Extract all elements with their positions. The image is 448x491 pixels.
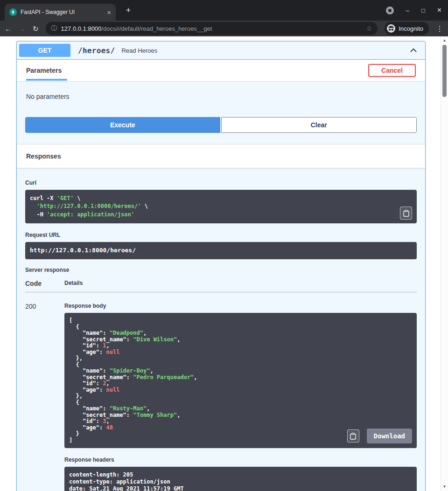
update-icon[interactable] xyxy=(386,7,394,14)
no-parameters-text: No parameters xyxy=(17,82,425,117)
response-body-block: [ { "name": "Deadpond", "secret_name": "… xyxy=(64,313,417,448)
site-info-icon[interactable]: ⓘ xyxy=(51,24,57,33)
execute-button[interactable]: Execute xyxy=(25,117,220,133)
fastapi-favicon-icon xyxy=(9,8,17,16)
opblock-get: GET /heroes/ Read Heroes Parameters Canc… xyxy=(16,41,426,491)
request-url-value: http://127.0.0.1:8000/heroes/ xyxy=(30,247,136,254)
code-line: }, xyxy=(69,393,412,400)
code-line: "name": "Spider-Boy", xyxy=(69,368,412,374)
clear-button[interactable]: Clear xyxy=(221,117,417,133)
code-column-header: Code xyxy=(25,280,64,287)
request-url-label: Request URL xyxy=(25,232,417,238)
code-line: "id": 3, xyxy=(69,418,412,425)
code-line: "secret_name": "Dive Wilson", xyxy=(69,337,412,343)
code-line: "secret_name": "Tommy Sharp", xyxy=(69,412,412,419)
responses-table-header: Code Details xyxy=(25,280,417,292)
code-line: curl -X 'GET' \ xyxy=(30,194,412,202)
screen: { "browser": { "tab": { "title": "FastAP… xyxy=(0,0,448,491)
response-headers-label: Response headers xyxy=(64,456,417,463)
endpoint-summary: Read Heroes xyxy=(121,47,157,54)
header-line: date: Sat,21 Aug 2021 11:57:19 GMT xyxy=(69,485,412,491)
incognito-badge: Incognito xyxy=(385,22,429,35)
scrollbar[interactable]: ▲ ▼ xyxy=(441,36,448,491)
server-response-label: Server response xyxy=(25,267,417,273)
copy-response-button[interactable] xyxy=(347,429,359,443)
responses-title: Responses xyxy=(17,144,425,168)
code-line: [ xyxy=(69,318,412,324)
minimize-button[interactable]: – xyxy=(406,7,409,14)
download-button[interactable]: Download xyxy=(367,429,412,443)
parameters-header: Parameters Cancel xyxy=(17,60,425,82)
clipboard-icon xyxy=(403,210,409,217)
scrollbar-up-icon[interactable]: ▲ xyxy=(441,37,448,44)
responses-section: Curl curl -X 'GET' \ 'http://127.0.0.1:8… xyxy=(17,168,425,491)
clipboard-icon xyxy=(350,433,356,440)
url-path: /docs#/default/read_heroes_heroes__get xyxy=(101,25,212,32)
bookmark-star-icon[interactable]: ☆ xyxy=(366,25,372,32)
url-host: 127.0.0.1:8000 xyxy=(61,25,102,32)
code-line: "id": 2, xyxy=(69,380,412,387)
response-row-200: 200 Response body [ { "name": "Deadpond"… xyxy=(25,292,417,491)
tab-parameters[interactable]: Parameters xyxy=(26,67,62,74)
execute-row: Execute Clear xyxy=(17,117,425,144)
response-body-label: Response body xyxy=(64,303,417,309)
curl-label: Curl xyxy=(25,180,417,186)
header-line: content-type: application/json xyxy=(69,478,412,485)
browser-tab[interactable]: FastAPI - Swagger UI × xyxy=(5,4,116,21)
response-details: Response body [ { "name": "Deadpond", "s… xyxy=(64,303,417,491)
code-line: "age": null xyxy=(69,387,412,394)
code-line: 'http://127.0.0.1:8000/heroes/' \ xyxy=(30,202,412,210)
code-line: "name": "Rusty-Man", xyxy=(69,406,412,412)
method-badge: GET xyxy=(19,44,70,57)
request-url-block: http://127.0.0.1:8000/heroes/ xyxy=(25,242,417,259)
curl-block: curl -X 'GET' \ 'http://127.0.0.1:8000/h… xyxy=(25,190,417,223)
window-controls: – □ × xyxy=(386,0,441,21)
code-line: "age": null xyxy=(69,349,412,356)
code-line: { xyxy=(69,324,412,331)
status-code: 200 xyxy=(25,303,64,491)
reload-button[interactable]: ↻ xyxy=(33,25,39,32)
copy-curl-button[interactable] xyxy=(400,207,412,220)
browser-titlebar: FastAPI - Swagger UI × + – □ × xyxy=(0,0,448,21)
maximize-button[interactable]: □ xyxy=(421,7,425,14)
browser-toolbar: ← → ↻ ⓘ 127.0.0.1:8000/docs#/default/rea… xyxy=(0,21,448,36)
code-line: -H 'accept: application/json' xyxy=(30,211,412,219)
header-line: content-length: 205 xyxy=(69,471,412,478)
code-line: { xyxy=(69,362,412,368)
response-body-actions: Download xyxy=(347,429,412,443)
details-column-header: Details xyxy=(64,280,417,287)
page-content: GET /heroes/ Read Heroes Parameters Canc… xyxy=(0,36,448,491)
response-headers-code: content-length: 205content-type: applica… xyxy=(64,467,417,491)
response-body-code: [ { "name": "Deadpond", "secret_name": "… xyxy=(69,318,412,443)
endpoint-path: /heroes/ xyxy=(78,46,115,55)
back-button[interactable]: ← xyxy=(5,25,12,32)
address-bar[interactable]: ⓘ 127.0.0.1:8000/docs#/default/read_hero… xyxy=(46,22,378,35)
code-line: "id": 1, xyxy=(69,343,412,349)
code-line: }, xyxy=(69,355,412,362)
new-tab-button[interactable]: + xyxy=(123,5,134,16)
incognito-icon xyxy=(387,24,395,33)
tab-title: FastAPI - Swagger UI xyxy=(21,9,103,15)
browser-menu-button[interactable]: ⋮ xyxy=(436,24,443,33)
code-line: "secret_name": "Pedro Parqueador", xyxy=(69,374,412,381)
scrollbar-thumb[interactable] xyxy=(442,45,447,97)
opblock-summary[interactable]: GET /heroes/ Read Heroes xyxy=(17,41,425,60)
tab-close-icon[interactable]: × xyxy=(107,9,111,16)
collapse-chevron-icon[interactable] xyxy=(409,46,418,55)
forward-button[interactable]: → xyxy=(19,25,26,32)
code-line: { xyxy=(69,400,412,406)
url-text: 127.0.0.1:8000/docs#/default/read_heroes… xyxy=(61,25,363,32)
scrollbar-down-icon[interactable]: ▼ xyxy=(441,484,448,490)
close-button[interactable]: × xyxy=(437,7,441,14)
cancel-button[interactable]: Cancel xyxy=(368,64,416,77)
code-line: "name": "Deadpond", xyxy=(69,330,412,337)
curl-code: curl -X 'GET' \ 'http://127.0.0.1:8000/h… xyxy=(30,194,412,219)
incognito-label: Incognito xyxy=(399,25,423,32)
